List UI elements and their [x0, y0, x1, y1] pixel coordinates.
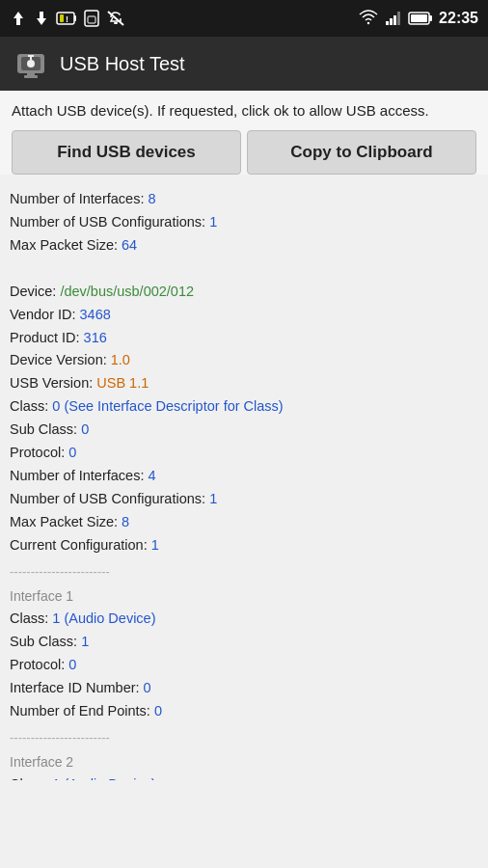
- data-value: USB 1.1: [96, 375, 149, 391]
- download-icon: [33, 10, 50, 27]
- notifications-off-icon: [106, 10, 125, 27]
- copy-clipboard-button[interactable]: Copy to Clipboard: [247, 130, 476, 175]
- data-line: Max Packet Size: 8: [10, 511, 467, 534]
- data-value: 1 (Audio Device): [52, 776, 155, 780]
- buttons-row: Find USB devices Copy to Clipboard: [12, 130, 476, 175]
- find-usb-button[interactable]: Find USB devices: [12, 130, 241, 175]
- section-label: Interface 2: [10, 751, 467, 773]
- data-value: 0 (See Interface Descriptor for Class): [52, 398, 283, 414]
- svg-marker-1: [37, 12, 46, 25]
- data-line: Current Configuration: 1: [10, 534, 467, 557]
- data-line: Class: 1 (Audio Device): [10, 773, 467, 780]
- data-line: Max Packet Size: 64: [10, 234, 467, 258]
- data-line: Class: 0 (See Interface Descriptor for C…: [10, 395, 467, 419]
- svg-rect-11: [390, 18, 393, 25]
- data-value: 8: [122, 514, 129, 529]
- data-line: Device: /dev/bus/usb/002/012: [10, 281, 467, 304]
- data-value: 0: [68, 657, 76, 672]
- section-label: Interface 1: [10, 585, 467, 608]
- data-line: Device Version: 1.0: [10, 349, 467, 372]
- svg-rect-10: [386, 21, 389, 25]
- wifi-icon: [358, 10, 379, 27]
- data-line: Protocol: 0: [10, 654, 467, 677]
- svg-rect-9: [114, 22, 118, 24]
- status-bar: !: [0, 0, 488, 37]
- data-value: 8: [148, 191, 155, 206]
- data-value: 0: [68, 445, 76, 460]
- upload-icon: [10, 10, 27, 27]
- status-icons-right: 22:35: [358, 10, 478, 27]
- svg-rect-6: [85, 11, 98, 26]
- divider: ------------------------: [10, 727, 467, 747]
- svg-point-21: [27, 60, 35, 68]
- battery-alert-icon: !: [56, 10, 77, 27]
- svg-rect-16: [411, 14, 427, 22]
- data-line: Number of Interfaces: 8: [10, 188, 467, 211]
- svg-rect-4: [60, 14, 64, 22]
- app-icon: [14, 46, 48, 81]
- svg-text:!: !: [66, 14, 68, 24]
- data-value: 0: [81, 421, 89, 437]
- svg-rect-3: [74, 15, 76, 21]
- data-value: 0: [144, 680, 151, 695]
- data-line: Interface ID Number: 0: [10, 677, 467, 700]
- data-line: Sub Class: 0: [10, 419, 467, 442]
- svg-rect-15: [429, 15, 432, 21]
- signal-icon: [385, 10, 402, 27]
- data-line: Number of USB Configurations: 1: [10, 488, 467, 511]
- data-value: 1: [151, 537, 159, 553]
- svg-rect-19: [27, 71, 35, 75]
- data-line: USB Version: USB 1.1: [10, 372, 467, 395]
- data-value: 4: [148, 468, 155, 483]
- sim-icon: [83, 10, 100, 27]
- data-line: Number of End Points: 0: [10, 700, 467, 723]
- app-bar: USB Host Test: [0, 37, 488, 91]
- data-line: Sub Class: 1: [10, 631, 467, 654]
- divider: ------------------------: [10, 561, 467, 582]
- data-line: Protocol: 0: [10, 442, 467, 465]
- svg-rect-20: [24, 75, 38, 78]
- data-content: Number of Interfaces: 8Number of USB Con…: [0, 182, 476, 780]
- data-line: Number of Interfaces: 4: [10, 465, 467, 488]
- data-value: 1 (Audio Device): [52, 610, 155, 626]
- data-line: Class: 1 (Audio Device): [10, 608, 467, 631]
- status-icons-left: !: [10, 10, 125, 27]
- app-title: USB Host Test: [60, 53, 185, 75]
- instruction-text: Attach USB device(s). If requested, clic…: [12, 100, 476, 121]
- scroll-inner[interactable]: Number of Interfaces: 8Number of USB Con…: [0, 182, 488, 780]
- data-value: 1.0: [111, 352, 130, 367]
- svg-marker-0: [14, 12, 23, 25]
- battery-icon: [408, 10, 433, 27]
- clock: 22:35: [439, 10, 478, 27]
- scroll-wrapper[interactable]: Number of Interfaces: 8Number of USB Con…: [0, 182, 488, 780]
- data-value: 316: [84, 330, 107, 345]
- data-value: 3468: [80, 307, 111, 322]
- data-line: Product ID: 316: [10, 327, 467, 350]
- svg-rect-7: [88, 16, 95, 23]
- svg-rect-13: [397, 12, 400, 25]
- data-value: 1: [81, 634, 89, 649]
- data-value: 1: [209, 491, 217, 506]
- data-value: 1: [209, 214, 217, 230]
- svg-rect-12: [393, 15, 396, 25]
- data-value: /dev/bus/usb/002/012: [60, 284, 194, 299]
- data-value: 64: [122, 237, 137, 253]
- data-value: 0: [154, 703, 162, 719]
- data-line: Number of USB Configurations: 1: [10, 211, 467, 234]
- data-line: Vendor ID: 3468: [10, 304, 467, 327]
- main-content: Attach USB device(s). If requested, clic…: [0, 91, 488, 175]
